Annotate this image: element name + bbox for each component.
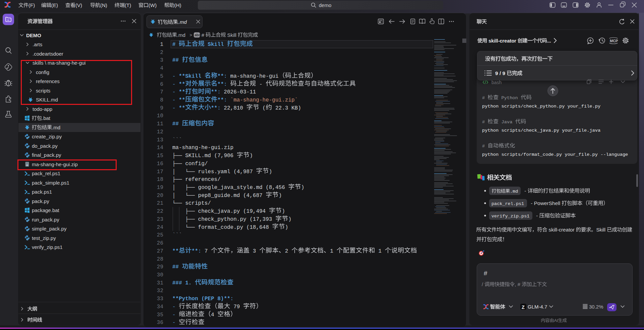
svg-text:79: 79 (230, 304, 243, 310)
svg-text:python scripts/check_python.py: python scripts/check_python.py your_file… (482, 104, 600, 109)
svg-text:demo: demo (319, 2, 332, 8)
svg-text:Skill: Skill (596, 227, 607, 233)
svg-text:(: ( (259, 105, 266, 111)
svg-text:): ) (269, 169, 272, 175)
svg-text::: : (217, 105, 221, 111)
svg-text:├── references/: ├── references/ (172, 176, 221, 183)
svg-text:13: 13 (157, 137, 163, 143)
svg-text:7: 7 (201, 248, 211, 254)
svg-text:python scripts/format_code.py: python scripts/format_code.py your_file.… (482, 152, 628, 157)
svg-text:ma-shang-he-gui.zip: ma-shang-he-gui.zip (172, 145, 233, 151)
svg-text:16: 16 (157, 161, 163, 167)
svg-text:**: ** (217, 97, 224, 103)
svg-text:skills \ ma-shang-he-gui: skills \ ma-shang-he-gui (33, 60, 85, 66)
svg-text::: : (217, 89, 221, 95)
svg-text:(W): (W) (149, 2, 157, 8)
svg-text::: : (224, 81, 227, 87)
svg-text:ma-shang-he-gui.zip: ma-shang-he-gui.zip (32, 161, 78, 167)
svg-text:-: - (172, 320, 179, 326)
svg-text:└── format_code.py (18,648: └── format_code.py (18,648 (172, 224, 272, 230)
svg-text:-: - (523, 188, 528, 194)
svg-text:25: 25 (157, 232, 163, 238)
svg-text:10: 10 (157, 113, 163, 119)
svg-text:python scripts/check_java.py y: python scripts/check_java.py your_file.j… (482, 128, 600, 133)
svg-text:create_zip.py: create_zip.py (32, 134, 62, 139)
svg-text:>: > (190, 32, 192, 38)
svg-text:AI: AI (554, 318, 558, 323)
svg-text:(V): (V) (75, 2, 82, 8)
svg-text:2: 2 (285, 248, 291, 254)
svg-text:/: / (482, 281, 484, 287)
svg-text:31: 31 (157, 280, 163, 286)
svg-text:14: 14 (157, 145, 163, 151)
svg-text:**: ** (179, 105, 185, 111)
svg-text:**: ** (217, 73, 224, 79)
svg-text:do_pack.py: do_pack.py (32, 143, 58, 149)
svg-text::: : (198, 248, 201, 254)
svg-text:.md: .md (177, 32, 185, 38)
svg-text:verify_zip.ps1: verify_zip.ps1 (491, 214, 529, 219)
svg-text:ma-shang-he-gui: ma-shang-he-gui (227, 73, 279, 79)
svg-text:simple_pack.py: simple_pack.py (32, 226, 67, 232)
svg-text:-: - (172, 89, 179, 95)
svg-text:22,810: 22,810 (221, 105, 246, 111)
svg-text:pack_rel.ps1: pack_rel.ps1 (491, 201, 524, 206)
svg-text:`ma-shang-he-gui.zip`: `ma-shang-he-gui.zip` (230, 97, 298, 103)
svg-text:MCP: MCP (610, 39, 618, 43)
svg-text:30: 30 (157, 272, 163, 278)
svg-text:**: ** (211, 105, 217, 111)
svg-text:```: ``` (172, 137, 182, 143)
svg-text:...: ... (547, 38, 551, 44)
svg-text:.codeartsdoer: .codeartsdoer (33, 51, 63, 57)
svg-text:19: 19 (157, 185, 163, 191)
svg-text:run_pack.py: run_pack.py (32, 217, 59, 222)
svg-text:2026-03-11: 2026-03-11 (221, 89, 256, 95)
svg-text:scripts: scripts (36, 88, 50, 93)
svg-text:-: - (172, 73, 179, 79)
svg-text:.md: .md (178, 19, 187, 25)
svg-text:(F): (F) (28, 2, 35, 8)
svg-text:21: 21 (157, 200, 163, 206)
svg-text:-: - (172, 304, 179, 310)
svg-text:```: ``` (172, 232, 182, 238)
svg-text:32: 32 (157, 288, 163, 294)
svg-text:**: ** (217, 81, 224, 87)
svg-text:#: # (172, 42, 179, 48)
svg-text:Python: Python (499, 95, 521, 101)
svg-text:**Skill: **Skill (179, 73, 204, 79)
svg-text:): ) (282, 208, 285, 214)
svg-text:): ) (301, 185, 304, 191)
svg-text:22: 22 (157, 208, 163, 214)
svg-text:**: ** (172, 248, 179, 254)
svg-text:(H): (H) (174, 2, 181, 8)
svg-text:#: # (484, 270, 487, 277)
svg-text:#: # (482, 144, 487, 149)
svg-text:): ) (285, 224, 288, 230)
svg-text::: : (230, 296, 234, 302)
svg-text:7: 7 (160, 89, 163, 95)
svg-text:**: ** (211, 89, 217, 95)
svg-text:23: 23 (157, 216, 163, 222)
svg-text:(N): (N) (100, 2, 107, 8)
svg-text:12: 12 (157, 129, 163, 135)
svg-text:(E): (E) (51, 2, 58, 8)
svg-text:├── SKILL.md (7,906: ├── SKILL.md (7,906 (172, 152, 237, 159)
svg-text:29: 29 (157, 264, 163, 270)
svg-text:9: 9 (160, 105, 163, 111)
svg-text:#: # (482, 95, 487, 101)
svg-text:**: ** (179, 81, 185, 87)
svg-text:**: ** (192, 248, 198, 254)
svg-text:11: 11 (157, 121, 163, 127)
svg-text:24: 24 (157, 224, 163, 230)
svg-text:DEMO: DEMO (26, 32, 41, 38)
svg-text:abc: abc (195, 33, 201, 37)
svg-text:- PowerShell: - PowerShell (529, 200, 562, 206)
svg-text:pack_rel.ps1: pack_rel.ps1 (32, 171, 60, 176)
svg-text:20: 20 (157, 193, 163, 199)
svg-text:): ) (279, 193, 282, 199)
svg-text:-: - (535, 213, 539, 218)
svg-text:Java: Java (499, 120, 515, 125)
svg-text:final_pack.py: final_pack.py (32, 152, 61, 158)
svg-text:todo-app: todo-app (33, 106, 52, 112)
svg-text:.bat: .bat (42, 115, 51, 121)
